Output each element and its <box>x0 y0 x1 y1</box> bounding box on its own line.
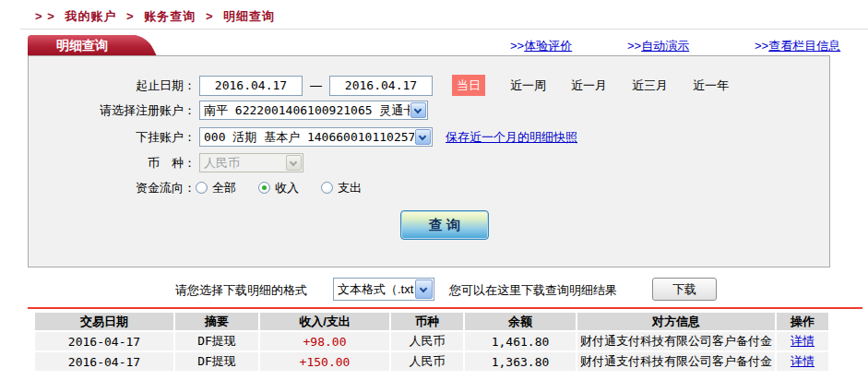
link-experience-rating[interactable]: >>体验评价 <box>510 38 572 54</box>
flow-radio-all[interactable]: 全部 <box>196 180 236 196</box>
register-account-select[interactable]: 南平 6222001406100921065 灵通卡 <box>199 101 428 120</box>
detail-link[interactable]: 详情 <box>791 354 814 368</box>
date-to-input[interactable] <box>329 76 433 96</box>
query-form-panel: 起止日期： — 当日 近一周 近一月 近三月 近一年 请选择注册账户： 南平 6… <box>28 55 830 267</box>
date-dash: — <box>310 78 322 92</box>
results-table: 交易日期 摘要 收入/支出 币种 余额 对方信息 操作 2016-04-17 D… <box>33 311 830 373</box>
header-action: 操作 <box>777 313 828 330</box>
radio-unchecked-icon[interactable] <box>196 182 208 194</box>
table-row: 2016-04-17 DF提现 +98.00 人民币 1,461.80 财付通支… <box>35 332 828 350</box>
quick-filter-last-month[interactable]: 近一月 <box>571 77 607 94</box>
header-currency: 币种 <box>391 313 463 330</box>
chevron-down-icon[interactable] <box>415 279 433 299</box>
cell-amount: +98.00 <box>260 332 389 350</box>
link-arrows-icon: >> <box>627 39 641 53</box>
cell-amount: +150.00 <box>260 352 389 371</box>
cell-balance: 1,363.80 <box>465 352 576 371</box>
header-summary: 摘要 <box>175 313 258 330</box>
cell-currency: 人民币 <box>391 332 463 350</box>
flow-radio-income[interactable]: 收入 <box>258 180 299 196</box>
date-range-row: 起止日期： — 当日 近一周 近一月 近三月 近一年 <box>29 75 829 96</box>
cell-balance: 1,461.80 <box>465 332 576 350</box>
quick-filter-last-year[interactable]: 近一年 <box>693 77 729 94</box>
breadcrumb-separator: > <box>206 9 214 23</box>
sub-account-select[interactable]: 000 活期 基本户 1406600101102571848 <box>199 127 433 147</box>
breadcrumb: > > 我的账户 > 账务查询 > 明细查询 <box>35 8 275 25</box>
cell-date: 2016-04-17 <box>35 352 173 371</box>
chevron-down-icon <box>286 155 302 171</box>
currency-row: 币 种： 人民币 <box>29 153 829 172</box>
red-divider-line <box>28 307 862 309</box>
link-arrows-icon: >> <box>510 39 524 53</box>
quick-filter-today[interactable]: 当日 <box>452 75 485 96</box>
cell-currency: 人民币 <box>391 352 463 371</box>
flow-radio-expense[interactable]: 支出 <box>321 180 362 196</box>
download-hint-text: 您可以在这里下载查询明细结果 <box>449 282 617 299</box>
date-from-input[interactable] <box>199 76 303 96</box>
chevron-down-icon[interactable] <box>410 102 426 118</box>
link-arrows-icon: >> <box>755 39 768 53</box>
cell-date: 2016-04-17 <box>35 332 173 350</box>
breadcrumb-item-my-account[interactable]: 我的账户 <box>65 9 116 23</box>
divider-line <box>20 29 868 30</box>
table-header-row: 交易日期 摘要 收入/支出 币种 余额 对方信息 操作 <box>35 313 828 330</box>
header-counterparty: 对方信息 <box>577 313 775 330</box>
sub-account-label: 下挂账户： <box>29 129 196 146</box>
download-format-label: 请您选择下载明细的格式 <box>175 282 307 299</box>
query-button[interactable]: 查 询 <box>400 210 489 240</box>
currency-label: 币 种： <box>29 155 196 172</box>
cell-counterparty: 财付通支付科技有限公司客户备付金 <box>577 352 775 371</box>
quick-filter-last-week[interactable]: 近一周 <box>510 77 546 94</box>
breadcrumb-item-account-query[interactable]: 账务查询 <box>144 9 196 23</box>
header-date: 交易日期 <box>35 313 173 330</box>
cell-counterparty: 财付通支付科技有限公司客户备付金 <box>577 332 775 350</box>
breadcrumb-separator: > <box>126 9 135 23</box>
save-snapshot-link[interactable]: 保存近一个月的明细快照 <box>446 129 577 146</box>
cell-summary: DF提现 <box>175 352 258 371</box>
quick-filter-last-3-months[interactable]: 近三月 <box>632 77 668 94</box>
link-view-column-info[interactable]: >>查看栏目信息 <box>755 38 840 54</box>
flow-direction-row: 资金流向： 全部 收入 支出 <box>29 180 829 196</box>
radio-checked-icon[interactable] <box>258 182 270 194</box>
header-amount: 收入/支出 <box>260 313 389 330</box>
detail-link[interactable]: 详情 <box>791 334 814 348</box>
radio-unchecked-icon[interactable] <box>321 182 333 194</box>
flow-direction-label: 资金流向： <box>29 180 196 196</box>
panel-tab-title: 明细查询 <box>28 35 137 55</box>
header-balance: 余额 <box>465 313 576 330</box>
breadcrumb-arrows-icon: > > <box>35 9 55 23</box>
register-account-label: 请选择注册账户： <box>29 102 196 119</box>
download-format-select[interactable]: 文本格式（.txt） <box>333 278 434 301</box>
breadcrumb-item-detail-query[interactable]: 明细查询 <box>223 9 275 23</box>
chevron-down-icon[interactable] <box>415 129 431 145</box>
link-auto-demo[interactable]: >>自动演示 <box>627 38 689 54</box>
cell-summary: DF提现 <box>175 332 258 350</box>
date-range-label: 起止日期： <box>29 77 196 94</box>
sub-account-row: 下挂账户： 000 活期 基本户 1406600101102571848 保存近… <box>29 127 829 147</box>
table-row: 2016-04-17 DF提现 +150.00 人民币 1,363.80 财付通… <box>35 352 828 371</box>
register-account-row: 请选择注册账户： 南平 6222001406100921065 灵通卡 <box>29 101 829 120</box>
currency-select: 人民币 <box>199 153 303 172</box>
download-button[interactable]: 下载 <box>652 278 717 301</box>
